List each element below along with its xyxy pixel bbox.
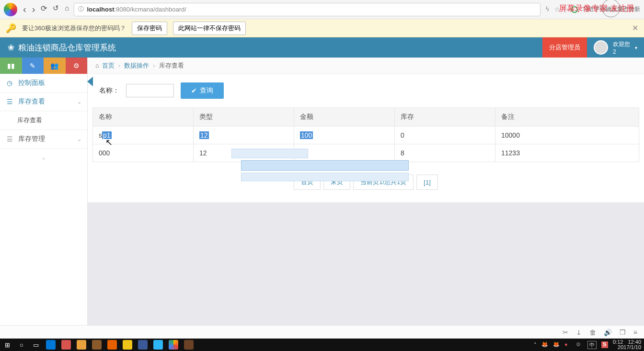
ext-scissors-icon[interactable]: ✂	[563, 328, 568, 336]
watermark-text: 屏幕录像专家 未注册	[559, 3, 634, 14]
cortana-icon[interactable]: ○	[17, 340, 26, 349]
never-save-password-button[interactable]: 此网站一律不保存密码	[173, 22, 246, 35]
lightning-icon[interactable]: ϟ	[545, 6, 550, 13]
avatar	[594, 40, 608, 55]
extension-bar: ✂ ⤓ 🗑 🔊 ❐ ≡	[0, 325, 644, 339]
reload-button[interactable]: ⟳	[41, 4, 47, 15]
url-port: :8080	[114, 6, 130, 13]
ext-trash-icon[interactable]: 🗑	[589, 328, 596, 336]
restore-button[interactable]: ↺	[53, 4, 59, 15]
url-bar[interactable]: ⓘ localhost:8080/kcmana/dashboard/	[74, 3, 540, 16]
search-button-label: 查询	[200, 86, 213, 95]
col-stock: 库存	[395, 108, 495, 127]
explorer-icon[interactable]	[123, 340, 132, 350]
cell-highlight: p1	[102, 131, 112, 139]
sidebar-tab-share[interactable]: ⚙	[66, 58, 88, 74]
col-name: 名称	[93, 108, 194, 127]
site-info-icon: ⓘ	[78, 5, 84, 13]
sidebar-tab-users[interactable]: 👥	[44, 58, 66, 74]
back-button[interactable]: ‹	[23, 4, 26, 15]
key-icon: 🔑	[6, 23, 16, 34]
home-button[interactable]: ⌂	[65, 4, 69, 15]
sidebar-item-inventory-view[interactable]: ☰ 库存查看 ⌄	[0, 93, 87, 111]
app-title: ❀ 粮油连锁商品仓库管理系统	[0, 42, 124, 53]
tray-up-icon[interactable]: ˄	[534, 342, 537, 348]
app-icon[interactable]	[61, 340, 71, 350]
col-note: 备注	[495, 108, 639, 127]
app-icon[interactable]	[153, 340, 163, 350]
collapse-arrow-icon[interactable]	[87, 77, 93, 86]
nav-arrows: ‹ › ⟳ ↺ ⌂	[23, 4, 69, 15]
home-icon: ⌂	[95, 62, 99, 69]
sidebar-item-dashboard[interactable]: ◷ 控制面板	[0, 74, 87, 93]
table-header-row: 名称 类型 金额 库存 备注	[93, 108, 639, 127]
role-badge: 分店管理员	[542, 37, 587, 58]
ext-volume-icon[interactable]: 🔊	[604, 328, 612, 336]
cell-note: 11233	[495, 144, 639, 162]
edge-icon[interactable]	[46, 340, 56, 350]
table-row[interactable]: sp1 12 100 0 10000	[93, 127, 639, 144]
app-icon[interactable]	[92, 340, 102, 350]
sidebar-item-inventory-view-sub[interactable]: 库存查看	[0, 111, 87, 130]
ime-indicator[interactable]: 中	[587, 341, 597, 349]
user-sub: 2	[613, 48, 630, 55]
cell-amount: 12	[294, 144, 395, 162]
tray-icon[interactable]: 🦊	[541, 341, 548, 348]
cell-highlight: 12	[199, 131, 209, 139]
tray-icon[interactable]: ⚙	[576, 341, 583, 348]
cell-note: 10000	[495, 127, 639, 144]
sidebar-item-inventory-manage[interactable]: ☰ 库存管理 ⌄	[0, 130, 87, 149]
save-password-button[interactable]: 保存密码	[132, 22, 167, 35]
browser-toolbar: ‹ › ⟳ ↺ ⌂ ⓘ localhost:8080/kcmana/dashbo…	[0, 0, 644, 19]
overlay-rect	[241, 173, 409, 181]
cell-stock: 8	[395, 144, 495, 162]
password-save-bar: 🔑 要让360极速浏览器保存您的密码吗？ 保存密码 此网站一律不保存密码 ✕	[0, 19, 644, 37]
ext-download-icon[interactable]: ⤓	[576, 328, 582, 336]
url-path: /kcmana/dashboard/	[130, 6, 186, 13]
search-label: 名称：	[99, 86, 119, 95]
app-icon[interactable]	[169, 340, 178, 350]
tray-icon[interactable]: 🦊	[553, 341, 560, 348]
app-icon[interactable]	[77, 340, 86, 350]
start-button[interactable]: ⊞	[3, 340, 12, 349]
ext-menu-icon[interactable]: ≡	[633, 328, 637, 336]
dashboard-icon: ◷	[6, 79, 13, 87]
sidebar-tab-stats[interactable]: ▮▮	[0, 58, 22, 74]
content-area: ⌂ 首页 › 数据操作 › 库存查看 名称： ✔ 查询 名称 类型 金额	[88, 58, 644, 325]
sogou-icon[interactable]: S	[601, 341, 608, 348]
sidebar-tab-edit[interactable]: ✎	[22, 58, 44, 74]
chevron-down-icon: ⌄	[77, 136, 81, 142]
col-amount: 金额	[294, 108, 395, 127]
tray-icon[interactable]: ●	[564, 341, 571, 348]
cell-name: 000	[93, 144, 194, 162]
sidebar-collapse-icon[interactable]: «	[0, 149, 87, 168]
taskview-icon[interactable]: ▭	[32, 340, 40, 349]
forward-button[interactable]: ›	[32, 4, 35, 15]
sidebar-tabs: ▮▮ ✎ 👥 ⚙	[0, 58, 87, 74]
breadcrumb-data-ops[interactable]: 数据操作	[124, 61, 149, 70]
cell-text: s	[99, 131, 102, 139]
sidebar-item-label: 库存管理	[18, 135, 45, 143]
chevron-down-icon: ⌄	[77, 99, 81, 105]
app-header: ❀ 粮油连锁商品仓库管理系统 分店管理员 欢迎您 2 ▾	[0, 37, 644, 58]
inventory-table: 名称 类型 金额 库存 备注 sp1 12 100 0 10000	[92, 107, 639, 162]
close-password-bar-button[interactable]: ✕	[632, 23, 638, 33]
ext-window-icon[interactable]: ❐	[620, 328, 626, 336]
table-wrap: 名称 类型 金额 库存 备注 sp1 12 100 0 10000	[88, 107, 644, 162]
app-icon[interactable]	[138, 340, 148, 350]
firefox-icon[interactable]	[107, 340, 117, 350]
breadcrumb-home[interactable]: 首页	[102, 61, 115, 70]
welcome-text: 欢迎您	[613, 40, 630, 48]
search-button[interactable]: ✔ 查询	[181, 82, 224, 99]
taskbar-clock[interactable]: 0:1212:40 2017/1/10	[613, 339, 641, 350]
table-row[interactable]: 000 12 12 8 11233	[93, 144, 639, 162]
app-icon[interactable]	[184, 340, 194, 350]
list-icon: ☰	[6, 98, 13, 105]
name-search-input[interactable]	[126, 84, 174, 97]
user-area[interactable]: 欢迎您 2 ▾	[587, 40, 644, 55]
breadcrumb: ⌂ 首页 › 数据操作 › 库存查看	[88, 58, 644, 74]
page-1-button[interactable]: [1]	[416, 175, 437, 190]
browser-logo-icon	[4, 3, 17, 16]
list-icon: ☰	[6, 135, 13, 143]
cell-stock: 0	[395, 127, 495, 144]
